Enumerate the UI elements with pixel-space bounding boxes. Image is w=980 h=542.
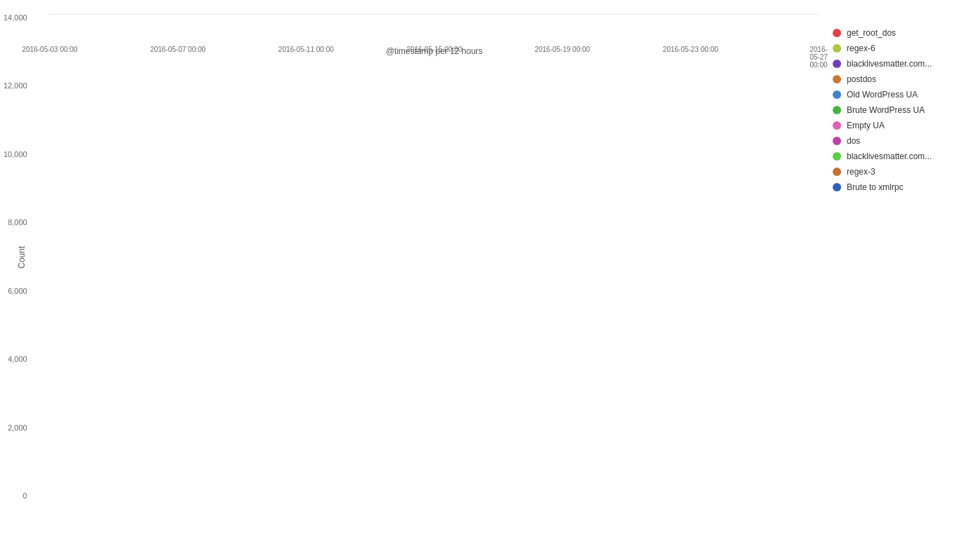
legend-item: regex-3 bbox=[833, 167, 959, 177]
y-axis-label: 12,000 bbox=[4, 82, 27, 90]
legend-label: dos bbox=[847, 136, 860, 146]
legend-item: blacklivesmatter.com... bbox=[833, 151, 959, 161]
legend-color-dot bbox=[833, 60, 841, 68]
legend-color-dot bbox=[833, 90, 841, 99]
legend-label: Old WordPress UA bbox=[847, 90, 918, 100]
legend-color-dot bbox=[833, 29, 841, 37]
legend-color-dot bbox=[833, 75, 841, 83]
x-axis-title: @timestamp per 12 hours bbox=[50, 46, 819, 56]
y-axis-label: 14,000 bbox=[4, 14, 27, 22]
legend-label: Brute to xmlrpc bbox=[847, 182, 904, 192]
legend-label: blacklivesmatter.com... bbox=[847, 59, 932, 69]
legend-color-dot bbox=[833, 183, 841, 191]
legend-color-dot bbox=[833, 137, 841, 145]
grid-line bbox=[50, 14, 819, 15]
y-axis-label: 2,000 bbox=[8, 424, 27, 432]
y-axis-label: 10,000 bbox=[4, 151, 27, 158]
legend-color-dot bbox=[833, 44, 841, 53]
legend-item: get_root_dos bbox=[833, 28, 959, 38]
y-axis-label: 8,000 bbox=[8, 219, 27, 226]
legend-label: postdos bbox=[847, 74, 876, 84]
legend-color-dot bbox=[833, 168, 841, 176]
legend-label: Empty UA bbox=[847, 121, 885, 130]
y-axis-label: 6,000 bbox=[8, 287, 27, 295]
legend-label: regex-3 bbox=[847, 167, 875, 177]
chart-container: Count 14,00012,00010,0008,0006,0004,0002… bbox=[0, 0, 980, 542]
legend-label: regex-6 bbox=[847, 43, 875, 53]
legend: get_root_dosregex-6blacklivesmatter.com.… bbox=[819, 21, 973, 500]
legend-color-dot bbox=[833, 152, 841, 161]
legend-item: regex-6 bbox=[833, 43, 959, 53]
legend-item: Old WordPress UA bbox=[833, 90, 959, 100]
legend-label: blacklivesmatter.com... bbox=[847, 151, 932, 161]
legend-color-dot bbox=[833, 106, 841, 114]
legend-item: blacklivesmatter.com... bbox=[833, 59, 959, 69]
chart-area: 2016-05-03 00:002016-05-07 00:002016-05-… bbox=[49, 14, 819, 15]
legend-item: Brute to xmlrpc bbox=[833, 182, 959, 192]
y-axis-label: 0 bbox=[23, 492, 27, 500]
legend-item: Empty UA bbox=[833, 121, 959, 130]
legend-item: postdos bbox=[833, 74, 959, 84]
legend-label: get_root_dos bbox=[847, 28, 896, 38]
legend-color-dot bbox=[833, 121, 841, 130]
legend-label: Brute WordPress UA bbox=[847, 105, 925, 115]
y-axis-label: 4,000 bbox=[8, 355, 27, 363]
legend-item: Brute WordPress UA bbox=[833, 105, 959, 115]
legend-item: dos bbox=[833, 136, 959, 146]
y-axis: 14,00012,00010,0008,0006,0004,0002,0000 bbox=[4, 14, 33, 500]
